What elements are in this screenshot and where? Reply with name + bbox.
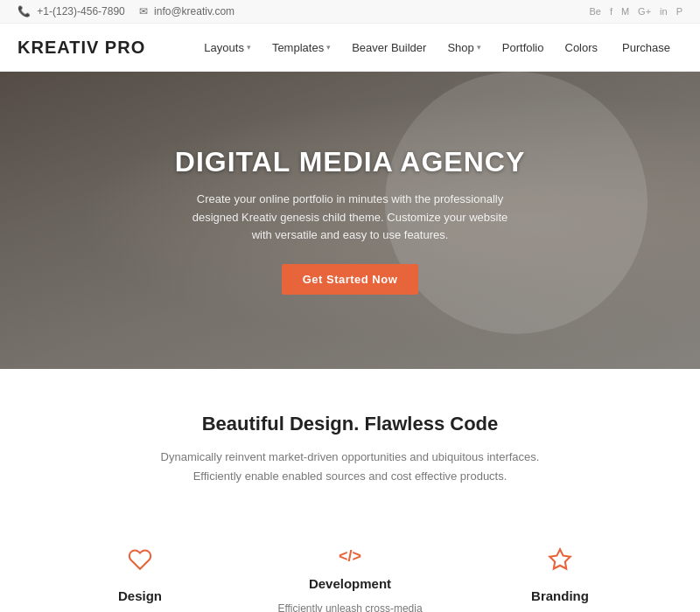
star-icon	[472, 547, 648, 578]
feature-development-desc: Efficiently unleash cross-media informat…	[262, 600, 438, 612]
heart-icon	[52, 547, 228, 578]
feature-design-title: Design	[52, 588, 228, 603]
email-info: ✉ info@kreativ.com	[139, 5, 234, 17]
top-bar-contact: 📞 +1-(123)-456-7890 ✉ info@kreativ.com	[18, 5, 234, 17]
nav-colors[interactable]: Colors	[556, 34, 607, 61]
design-section-subtitle: Dynamically reinvent market-driven oppor…	[140, 448, 560, 486]
social-facebook[interactable]: f	[610, 6, 612, 17]
hero-content: DIGITAL MEDIA AGENCY Create your online …	[0, 72, 700, 369]
social-be[interactable]: Be	[589, 6, 600, 17]
social-google-plus[interactable]: G+	[638, 6, 651, 17]
site-logo[interactable]: KREATIV PRO	[18, 38, 145, 58]
phone-icon: 📞	[18, 5, 31, 17]
hero-subtitle: Create your online portfolio in minutes …	[184, 191, 516, 245]
feature-development: </> Development Efficiently unleash cros…	[262, 547, 438, 612]
nav-templates[interactable]: Templates ▾	[263, 34, 340, 61]
feature-branding-title: Branding	[472, 588, 648, 603]
top-bar-social: Be f M G+ in P	[589, 6, 682, 17]
hero-section: DIGITAL MEDIA AGENCY Create your online …	[0, 72, 700, 369]
email-icon: ✉	[139, 5, 148, 17]
nav-beaver-builder[interactable]: Beaver Builder	[343, 34, 435, 61]
hero-cta-button[interactable]: Get Started Now	[282, 264, 419, 295]
layouts-arrow: ▾	[247, 43, 251, 52]
features-grid: Design Competently parallel task fully r…	[0, 547, 700, 612]
hero-title: DIGITAL MEDIA AGENCY	[175, 146, 525, 178]
social-pinterest[interactable]: P	[676, 6, 682, 17]
design-section-title: Beautiful Design. Flawless Code	[52, 413, 648, 435]
phone-info: 📞 +1-(123)-456-7890	[18, 5, 125, 17]
nav-shop[interactable]: Shop ▾	[438, 34, 489, 61]
nav-purchase[interactable]: Purchase	[610, 36, 682, 59]
social-mail[interactable]: M	[621, 6, 629, 17]
feature-branding: Branding Proactively envisioned multimed…	[472, 547, 648, 612]
code-icon: </>	[262, 547, 438, 566]
templates-arrow: ▾	[326, 43, 331, 52]
nav-portfolio[interactable]: Portfolio	[494, 34, 553, 61]
social-linkedin[interactable]: in	[660, 6, 668, 17]
top-bar: 📞 +1-(123)-456-7890 ✉ info@kreativ.com B…	[0, 0, 700, 24]
svg-marker-0	[550, 550, 570, 569]
design-section: Beautiful Design. Flawless Code Dynamica…	[0, 369, 700, 547]
nav-menu: Layouts ▾ Templates ▾ Beaver Builder Sho…	[195, 34, 682, 61]
feature-development-title: Development	[262, 576, 438, 591]
navbar: KREATIV PRO Layouts ▾ Templates ▾ Beaver…	[0, 24, 700, 72]
feature-design: Design Competently parallel task fully r…	[52, 547, 228, 612]
nav-layouts[interactable]: Layouts ▾	[195, 34, 260, 61]
shop-arrow: ▾	[477, 43, 481, 52]
